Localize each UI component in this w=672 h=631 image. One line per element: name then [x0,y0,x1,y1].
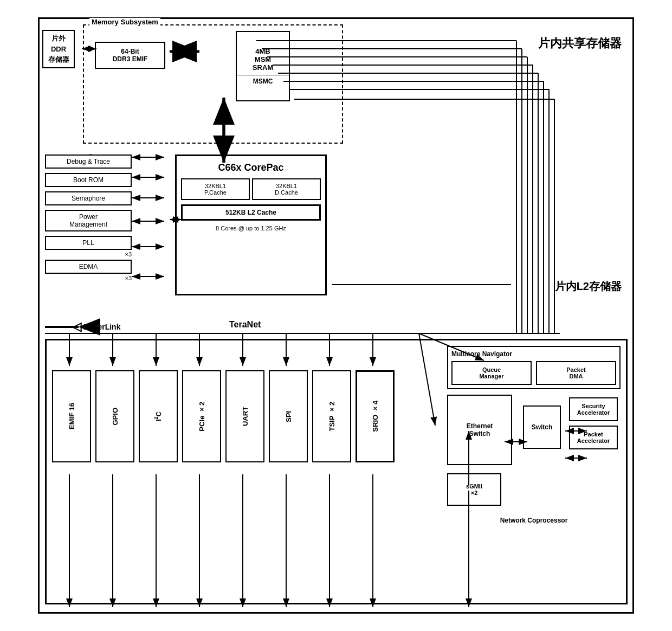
i2c-box: I2C [139,370,178,462]
bottom-section: EMIF 16 GPIO I2C PCIe ×2 UART SPI TSIP ×… [45,339,628,604]
left-panel: Debug & Trace Boot ROM Semaphore Power M… [45,154,132,284]
pcie-box: PCIe ×2 [182,370,221,462]
hyperlink-label: ◁ HyperLink [72,320,120,334]
l1d-size: 32KBL1 [255,183,318,189]
srio-box: SRIO ×4 [356,370,395,462]
l1p-size: 32KBL1 [184,183,247,189]
navigator-inner: Queue Manager Packet DMA [451,361,616,385]
gpio-box: GPIO [95,370,134,462]
power-mgmt-box: Power Management [45,210,132,231]
corepac-box: C66x CorePac 32KBL1 P.Cache 32KBL1 D.Cac… [175,154,327,295]
edma-box: EDMA [45,260,132,274]
l1d-label: D.Cache [255,189,318,196]
l1p-cache-box: 32KBL1 P.Cache [181,178,250,200]
switch-box: Switch [523,405,561,449]
navigator-section: Multicore Navigator Queue Manager Packet… [447,346,621,524]
tsip-box: TSIP ×2 [312,370,351,462]
spi-box: SPI [269,370,308,462]
packet-dma-box: Packet DMA [536,361,616,385]
sgmii-box: sGMII ×2 [447,473,501,506]
msmc-label: MSMC [237,75,289,85]
queue-manager-box: Queue Manager [451,361,532,385]
edma-x3-label: ×3 [45,275,132,281]
diagram-wrapper: 片外 DDR 存储器 Memory Subsystem 64-Bit DDR3 … [38,17,634,614]
navigator-box: Multicore Navigator Queue Manager Packet… [447,346,621,389]
outer-ddr-label: 片外 DDR 存储器 [42,30,75,68]
accelerator-col: Security Accelerator Packet Accelerator [569,397,618,449]
pll-x3-label: ×3 [45,251,132,257]
uart-box: UART [225,370,264,462]
navigator-title: Multicore Navigator [451,350,616,358]
msmc-box: 4MB MSM SRAM MSMC [236,31,290,101]
l2-cache-box: 512KB L2 Cache [181,204,321,221]
cache-row: 32KBL1 P.Cache 32KBL1 D.Cache [177,174,325,200]
pll-box: PLL [45,236,132,250]
network-coprocessor-label: Network Coprocessor [447,517,621,524]
eth-section: Ethernet Switch Switch Security Accelera… [447,395,621,514]
shared-mem-label: 片内共享存储器 [538,35,622,51]
teranet-label: TeraNet [229,320,261,330]
packet-accelerator-box: Packet Accelerator [569,426,618,449]
l1d-cache-box: 32KBL1 D.Cache [252,178,321,200]
emif16-box: EMIF 16 [52,370,91,462]
boot-rom-box: Boot ROM [45,173,132,187]
cores-label: 8 Cores @ up to 1.25 GHz [177,225,325,231]
peripheral-row: EMIF 16 GPIO I2C PCIe ×2 UART SPI TSIP ×… [52,370,395,462]
security-accelerator-box: Security Accelerator [569,397,618,421]
debug-trace-box: Debug & Trace [45,154,132,169]
l1p-label: P.Cache [184,189,247,196]
l2-label: 片内L2存储器 [555,279,622,294]
ethernet-switch-box: Ethernet Switch [447,395,512,465]
corepac-title: C66x CorePac [177,156,325,174]
memory-subsystem-label: Memory Subsystem [89,18,160,26]
semaphore-box: Semaphore [45,191,132,205]
ddr3-emif-box: 64-Bit DDR3 EMIF [95,42,165,69]
memory-subsystem-box: Memory Subsystem 64-Bit DDR3 EMIF 4MB MS… [83,24,343,144]
